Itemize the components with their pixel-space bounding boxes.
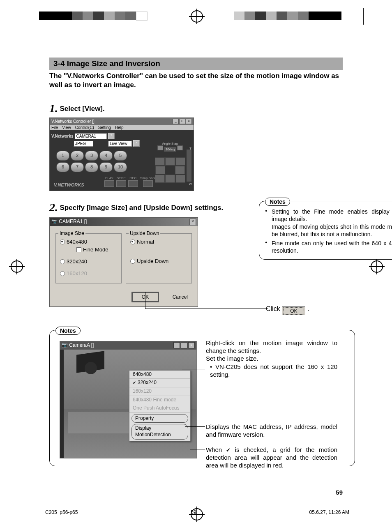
arrow-n-icon[interactable] [165, 157, 175, 166]
format-select[interactable]: JPEG [74, 140, 93, 147]
radio-640x480[interactable] [60, 240, 65, 244]
preset-5[interactable]: 5 [114, 151, 127, 161]
rec-label: REC [129, 176, 136, 180]
camera-settings-window: 📷 CAMERA1 [] × Image Size 640x480 Fine M… [49, 217, 198, 307]
preset-4[interactable]: 4 [99, 151, 113, 161]
registration-icon [191, 10, 203, 23]
preset-9[interactable]: 9 [99, 162, 113, 172]
preset-10[interactable]: 10 [114, 162, 127, 172]
groupbox-title: Image Size [58, 230, 85, 236]
callout-line [145, 292, 145, 309]
menu-help[interactable]: Help [115, 125, 124, 130]
step-text: Specify [Image Size] and [Upside Down] s… [60, 204, 223, 212]
preset-6[interactable]: 6 [56, 162, 69, 172]
angle-next-icon[interactable] [177, 145, 183, 150]
preset-7[interactable]: 7 [71, 162, 84, 172]
menu-fine-mode: 640x480 Fine mode [129, 396, 190, 405]
maximize-icon[interactable]: □ [181, 342, 187, 348]
section-title: 3-4 Image Size and Inversion [49, 58, 343, 70]
arrow-sw-icon[interactable] [155, 175, 165, 183]
callout-line [190, 449, 205, 449]
menu-file[interactable]: File [51, 125, 58, 130]
radio-upside-down[interactable] [130, 259, 135, 264]
preset-2[interactable]: 2 [71, 151, 84, 161]
window-title: V.Networks Controller [] [51, 119, 95, 124]
note-bullet: Setting to the Fine mode enables display… [265, 208, 392, 238]
preset-8[interactable]: 8 [85, 162, 98, 172]
arrow-w-icon[interactable] [155, 166, 165, 174]
check-icon: ✔ [226, 447, 231, 453]
preset-3[interactable]: 3 [85, 151, 98, 161]
notes-label: Notes [265, 198, 290, 206]
close-icon[interactable]: × [186, 119, 192, 124]
callout-line [182, 369, 205, 369]
camera-window: 📷 CameraA [] _ □ × 640x480 320x240 160x1… [60, 341, 197, 458]
rec-icon[interactable] [128, 180, 138, 187]
maximize-icon[interactable]: □ [179, 119, 185, 124]
camera-view[interactable]: 640x480 320x240 160x120 640x480 Fine mod… [60, 350, 196, 458]
stop-label: STOP [117, 176, 126, 180]
angle-prev-icon[interactable] [157, 145, 163, 150]
play-icon[interactable] [104, 180, 114, 187]
menu-320x240[interactable]: 320x240 [129, 379, 190, 387]
note-bullet: Fine mode can only be used with the 640 … [265, 240, 392, 254]
vnetworks-label: V.Networks [51, 134, 74, 138]
dropdown-arrow-icon[interactable]: ▾ [108, 133, 115, 139]
notes-box: Notes 📷 CameraA [] _ □ × 640x480 [49, 330, 355, 466]
note-text: Right-click on the motion image window t… [206, 339, 337, 379]
menu-setting[interactable]: Setting [98, 125, 111, 130]
zoom-t-label: T [189, 147, 191, 150]
groupbox-title: Upside Down [129, 230, 160, 236]
play-label: PLAY [105, 176, 113, 180]
arrow-se-icon[interactable] [175, 175, 185, 183]
zoom-slider[interactable] [186, 149, 192, 182]
angle-step-label: Angle Step [162, 142, 178, 145]
menu-640x480[interactable]: 640x480 [129, 371, 190, 379]
close-icon[interactable]: × [188, 342, 195, 348]
registration-icon [11, 260, 23, 273]
step-text: Select [View]. [60, 105, 104, 113]
dropdown-arrow-icon[interactable]: ▾ [133, 140, 140, 147]
close-icon[interactable]: × [189, 219, 196, 225]
camera-select[interactable]: CAMERA1 [75, 133, 107, 139]
note-text: When ✔ is checked, a grid for the motion… [206, 446, 337, 469]
registration-bar-left [39, 12, 158, 20]
registration-icon [371, 260, 383, 273]
window-title: CameraA [] [69, 342, 94, 348]
menu-control[interactable]: Control(C) [75, 125, 94, 130]
menu-bar: File View Control(C) Setting Help [50, 125, 194, 130]
menu-property[interactable]: Property [131, 414, 188, 423]
vnetworks-logo: V.NETWORKS [54, 182, 84, 187]
cancel-button[interactable]: Cancel [168, 294, 192, 300]
preset-1[interactable]: 1 [56, 151, 69, 161]
step-number: 1. [49, 102, 58, 115]
page-number: 59 [336, 489, 343, 496]
arrow-nw-icon[interactable] [155, 157, 165, 166]
minimize-icon[interactable]: _ [173, 342, 180, 348]
context-menu: 640x480 320x240 160x120 640x480 Fine mod… [129, 370, 191, 441]
menu-160x120: 160x120 [129, 387, 190, 396]
radio-normal[interactable] [130, 240, 135, 244]
arrow-ne-icon[interactable] [175, 157, 185, 166]
footer-timestamp: 05.6.27, 11:26 AM [309, 509, 349, 515]
stop-icon[interactable] [116, 180, 126, 187]
arrow-e-icon[interactable] [175, 166, 185, 174]
crop-mark [29, 8, 29, 25]
menu-view[interactable]: View [62, 125, 71, 130]
liveview-select[interactable]: Live View [108, 140, 132, 147]
click-instruction: Click OK . [266, 305, 392, 315]
registration-bar-right [234, 12, 353, 20]
notes-box: Notes Setting to the Fine mode enables d… [259, 201, 392, 260]
note-text: Displays the MAC address, IP address, mo… [206, 423, 337, 439]
minimize-icon[interactable]: _ [173, 119, 179, 124]
checkbox-fine-mode[interactable] [76, 247, 81, 252]
arrow-s-icon[interactable] [165, 175, 175, 183]
menu-motion-detection[interactable]: Display MotionDetection [131, 424, 188, 439]
controller-window: V.Networks Controller [] _ □ × File View… [49, 117, 194, 191]
radio-160x120 [60, 271, 65, 276]
angle-value: 10deg [164, 147, 176, 152]
radio-320x240[interactable] [60, 259, 65, 264]
crop-mark [363, 8, 364, 25]
footer: C205_p56-p65 59 05.6.27, 11:26 AM [45, 509, 349, 515]
zoom-w-label: W [189, 182, 192, 186]
